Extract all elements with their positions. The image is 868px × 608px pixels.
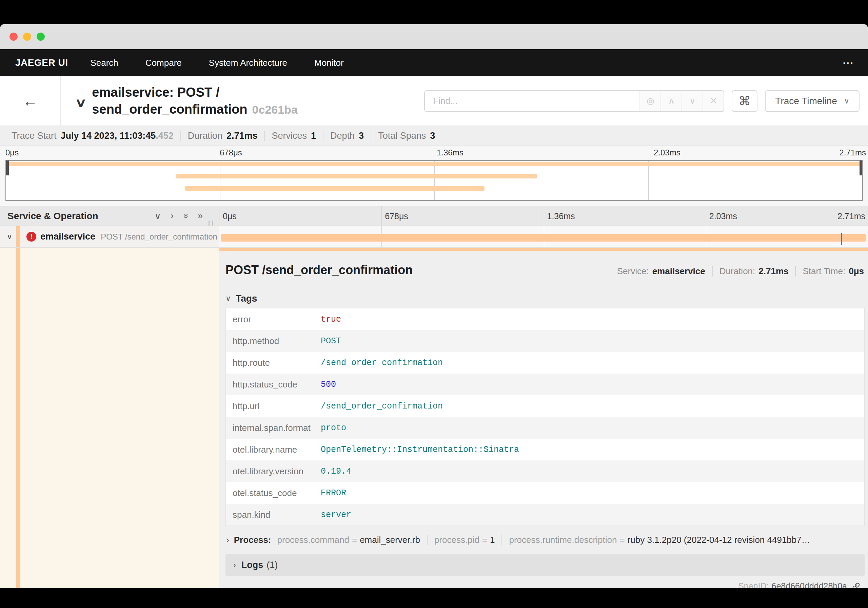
table-row: otel.status_codeERROR [226, 482, 864, 504]
table-row: otel.library.version0.19.4 [226, 460, 864, 482]
tags-section-title: Tags [236, 293, 257, 304]
table-row: http.url/send_order_confirmation [226, 395, 864, 417]
span-color-strip [16, 251, 20, 588]
timeline-tick-2: 1.36ms [547, 211, 575, 221]
span-color-strip [16, 226, 20, 247]
timeline-minimap: 0μs 678μs 1.36ms 2.03ms 2.71ms [0, 146, 868, 206]
detail-title-row: POST /send_order_confirmation Service:em… [225, 263, 865, 277]
detail-meta: Service:emailservice Duration:2.71ms Sta… [610, 266, 865, 277]
minimap-right-drag-handle[interactable] [860, 160, 862, 176]
span-duration-bar[interactable] [221, 234, 866, 241]
service-operation-title: Service & Operation [8, 211, 98, 222]
table-row: internal.span.formatproto [226, 417, 864, 439]
close-icon: ✕ [710, 96, 717, 106]
span-name-cell: ∨ ! emailservice POST /send_order_confir… [0, 226, 219, 247]
minimap-tick-3: 2.03ms [654, 148, 680, 157]
app-window: JAEGER UI Search Compare System Architec… [0, 24, 868, 588]
header-controls: Find... ◎ ∧ ∨ ✕ ⌘ Trace Timeline ∨ [424, 90, 860, 112]
meta-duration: Duration:2.71ms [713, 266, 796, 277]
nav-item-search[interactable]: Search [90, 58, 118, 68]
child-span-end-marker [841, 233, 842, 245]
minimize-window-button[interactable] [23, 33, 31, 41]
detail-indent-column [0, 251, 219, 588]
minimap-span-bar-2 [176, 174, 537, 179]
span-detail-row: POST /send_order_confirmation Service:em… [0, 251, 868, 588]
table-row: errortrue [226, 308, 864, 330]
span-grid-header: Service & Operation ∨ › » » 0μs 678μs 1.… [0, 206, 868, 226]
back-arrow-icon: ← [23, 93, 38, 110]
nav-item-monitor[interactable]: Monitor [314, 58, 344, 68]
detail-span-bar [219, 248, 868, 251]
span-detail-panel: POST /send_order_confirmation Service:em… [219, 251, 868, 588]
next-match-button[interactable]: ∨ [682, 91, 702, 111]
keyboard-shortcuts-button[interactable]: ⌘ [732, 90, 758, 112]
span-color-strip [16, 248, 20, 251]
view-selector-label: Trace Timeline [775, 96, 837, 107]
close-window-button[interactable] [9, 33, 18, 41]
span-id-footer: SpanID: 6e8d660dddd28b0a [225, 581, 865, 588]
link-icon[interactable] [852, 582, 860, 588]
minimap-left-drag-handle[interactable] [6, 160, 9, 176]
collapse-trace-chevron-icon[interactable]: ∨ [74, 96, 87, 110]
focus-match-button[interactable]: ◎ [640, 91, 660, 111]
nav-item-compare[interactable]: Compare [146, 58, 182, 68]
trace-summary-bar: Trace Start July 14 2023, 11:03:45 .452 … [0, 126, 868, 146]
zoom-window-button[interactable] [37, 33, 45, 41]
jaeger-logo[interactable]: JAEGER UI [15, 58, 68, 68]
span-row-emailservice[interactable]: ∨ ! emailservice POST /send_order_confir… [0, 226, 868, 248]
span-service-name: emailservice [40, 232, 95, 242]
top-navbar: JAEGER UI Search Compare System Architec… [0, 49, 868, 76]
collapse-one-icon[interactable]: ∨ [154, 211, 161, 222]
detail-row-top-strip [0, 248, 868, 251]
summary-depth: Depth3 [324, 131, 371, 141]
summary-total-spans: Total Spans3 [371, 131, 442, 141]
nav-overflow-icon[interactable]: ⋯ [842, 56, 854, 70]
minimap-gridline [220, 161, 220, 200]
command-icon: ⌘ [738, 94, 751, 108]
minimap-gridline [648, 161, 649, 200]
logs-section-header[interactable]: › Logs (1) [225, 554, 865, 576]
process-pid: process.pid=1 [434, 535, 502, 545]
summary-trace-start: Trace Start July 14 2023, 11:03:45 .452 [5, 131, 181, 141]
table-row: span.kindserver [226, 504, 864, 526]
clear-find-button[interactable]: ✕ [702, 91, 724, 111]
prev-match-button[interactable]: ∧ [660, 91, 682, 111]
column-resizer-grip[interactable] [209, 221, 213, 225]
process-section-header[interactable]: › Process: process.command=email_server.… [225, 535, 865, 545]
span-timeline-cell[interactable] [219, 226, 868, 247]
find-input[interactable]: Find... [425, 91, 640, 111]
minimap-span-bar-1 [6, 162, 862, 166]
collapse-span-chevron-icon[interactable]: ∨ [7, 232, 12, 241]
summary-duration: Duration2.71ms [181, 131, 265, 141]
find-box: Find... ◎ ∧ ∨ ✕ [424, 90, 724, 112]
minimap-tick-1: 678μs [220, 148, 242, 157]
chevron-down-icon: ∨ [225, 294, 231, 303]
back-button[interactable]: ← [0, 76, 61, 126]
view-selector-dropdown[interactable]: Trace Timeline ∨ [765, 90, 860, 112]
expand-all-icon[interactable]: » [198, 211, 203, 222]
minimap-tick-4: 2.71ms [839, 148, 866, 157]
service-operation-header: Service & Operation ∨ › » » [0, 206, 219, 225]
chevron-down-icon: ∨ [844, 97, 849, 106]
collapse-all-icon[interactable]: » [180, 213, 191, 219]
expand-one-icon[interactable]: › [170, 211, 174, 222]
chevron-down-icon: ∨ [689, 96, 696, 106]
traffic-lights [9, 33, 45, 41]
trace-title-line1: emailservice: POST / [92, 84, 298, 101]
tags-section-header[interactable]: ∨ Tags [225, 293, 865, 304]
minimap-canvas[interactable] [5, 160, 863, 201]
minimap-span-bar-3 [185, 186, 485, 191]
tree-controls: ∨ › » » [154, 211, 203, 222]
process-command: process.command=email_server.rb [277, 535, 428, 545]
nav-item-system-architecture[interactable]: System Architecture [209, 58, 287, 68]
table-row: http.status_code500 [226, 373, 864, 395]
minimap-tick-2: 1.36ms [437, 148, 463, 157]
detail-operation-title: POST /send_order_confirmation [225, 263, 412, 277]
error-icon: ! [26, 232, 36, 241]
minimap-gridline [434, 161, 435, 200]
process-runtime-description: process.runtime.description=ruby 3.1.2p2… [509, 535, 817, 545]
trace-title-line2: send_order_confirmation0c261ba [92, 101, 298, 118]
minimap-tick-0: 0μs [5, 148, 19, 157]
chevron-up-icon: ∧ [668, 96, 675, 106]
detail-divider [225, 286, 865, 286]
